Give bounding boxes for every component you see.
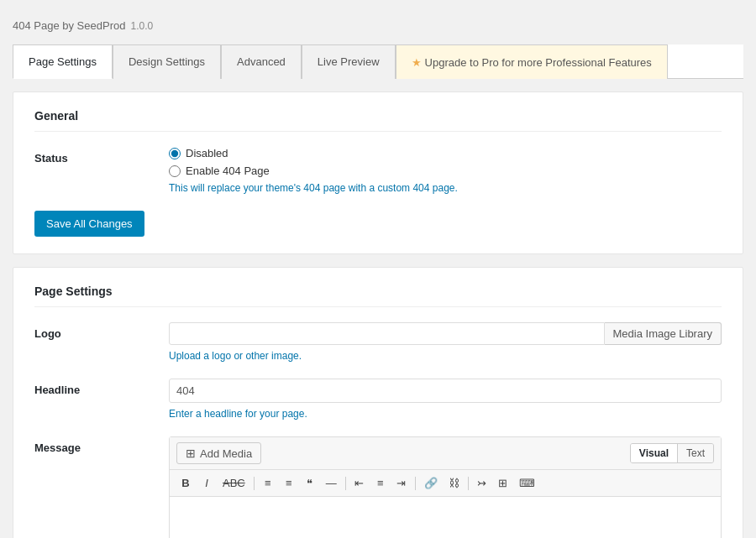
- star-icon: ★: [412, 56, 422, 69]
- message-label: Message: [34, 436, 169, 454]
- tab-page-settings[interactable]: Page Settings: [13, 44, 113, 79]
- status-disabled-radio[interactable]: [169, 148, 181, 159]
- page-title: 404 Page by SeedProd 1.0.0: [13, 13, 743, 34]
- status-disabled-option[interactable]: Disabled: [169, 147, 722, 159]
- strikethrough-btn[interactable]: ABC: [218, 474, 249, 492]
- message-row: Message ⊞ Add Media Visual Text: [34, 436, 722, 538]
- media-image-library-button[interactable]: Media Image Library: [605, 322, 722, 345]
- tab-upgrade[interactable]: ★ Upgrade to Pro for more Professional F…: [396, 44, 668, 79]
- headline-label: Headline: [34, 379, 169, 396]
- tabs-nav: Page Settings Design Settings Advanced L…: [13, 44, 743, 79]
- blockquote-btn[interactable]: ❝: [301, 474, 319, 492]
- headline-content: Enter a headline for your page.: [169, 379, 722, 420]
- editor-content[interactable]: [170, 497, 721, 538]
- link-btn[interactable]: 🔗: [420, 474, 442, 492]
- message-editor: ⊞ Add Media Visual Text B I ABC: [169, 436, 722, 538]
- status-enable-radio[interactable]: [169, 165, 181, 177]
- align-left-btn[interactable]: ⇤: [350, 474, 369, 492]
- italic-btn[interactable]: I: [197, 474, 216, 492]
- logo-input[interactable]: [169, 322, 605, 345]
- general-section-title: General: [34, 109, 722, 132]
- editor-view-tabs: Visual Text: [630, 443, 714, 463]
- unlink-btn[interactable]: ⛓: [444, 474, 464, 492]
- page-settings-section: Page Settings Logo Media Image Library U…: [13, 267, 743, 538]
- bold-btn[interactable]: B: [176, 474, 195, 492]
- upgrade-label: Upgrade to Pro for more Professional Fea…: [425, 56, 652, 69]
- align-right-btn[interactable]: ⇥: [392, 474, 411, 492]
- logo-label: Logo: [34, 322, 169, 340]
- page-wrapper: 404 Page by SeedProd 1.0.0 Page Settings…: [0, 0, 756, 538]
- fmt-sep-4: [468, 477, 469, 490]
- fmt-sep-1: [254, 477, 255, 490]
- logo-content: Media Image Library Upload a logo or oth…: [169, 322, 722, 362]
- keyboard-btn[interactable]: ⌨: [515, 474, 539, 492]
- logo-row: Logo Media Image Library Upload a logo o…: [34, 322, 722, 362]
- headline-input[interactable]: [169, 379, 722, 403]
- headline-hint: Enter a headline for your page.: [169, 408, 722, 420]
- align-center-btn[interactable]: ≡: [371, 474, 390, 492]
- status-disabled-label: Disabled: [186, 147, 228, 159]
- editor-toolbar-top: ⊞ Add Media Visual Text: [170, 437, 721, 470]
- status-hint: This will replace your theme's 404 page …: [169, 182, 722, 194]
- message-content: ⊞ Add Media Visual Text B I ABC: [169, 436, 722, 538]
- page-settings-section-title: Page Settings: [34, 285, 722, 307]
- outdent-btn[interactable]: ⊞: [494, 474, 512, 492]
- hr-btn[interactable]: —: [322, 474, 341, 492]
- status-content: Disabled Enable 404 Page This will repla…: [169, 147, 722, 194]
- add-media-button[interactable]: ⊞ Add Media: [176, 442, 261, 464]
- add-media-icon: ⊞: [186, 447, 196, 460]
- fmt-sep-2: [345, 477, 346, 490]
- general-section: General Status Disabled Enable 404 Page …: [13, 91, 743, 254]
- ul-btn[interactable]: ≡: [259, 474, 277, 492]
- add-media-label: Add Media: [200, 447, 252, 460]
- tab-visual[interactable]: Visual: [631, 444, 678, 462]
- tab-live-preview[interactable]: Live Preview: [302, 44, 396, 79]
- logo-hint: Upload a logo or other image.: [169, 350, 722, 362]
- tab-advanced[interactable]: Advanced: [221, 44, 302, 79]
- save-all-changes-button[interactable]: Save All Changes: [34, 211, 144, 237]
- status-label: Status: [34, 147, 169, 165]
- editor-formatting-bar: B I ABC ≡ ≡ ❝ — ⇤ ≡ ⇥ 🔗 ⛓: [170, 470, 721, 497]
- headline-row: Headline Enter a headline for your page.: [34, 379, 722, 420]
- tab-design-settings[interactable]: Design Settings: [113, 44, 221, 79]
- status-enable-option[interactable]: Enable 404 Page: [169, 165, 722, 177]
- fmt-sep-3: [415, 477, 416, 490]
- status-enable-label: Enable 404 Page: [186, 165, 270, 177]
- ol-btn[interactable]: ≡: [280, 474, 298, 492]
- status-row: Status Disabled Enable 404 Page This wil…: [34, 147, 722, 194]
- tab-text[interactable]: Text: [678, 444, 713, 462]
- logo-input-group: Media Image Library: [169, 322, 722, 345]
- status-radio-group: Disabled Enable 404 Page: [169, 147, 722, 177]
- indent-btn[interactable]: ↣: [473, 474, 491, 492]
